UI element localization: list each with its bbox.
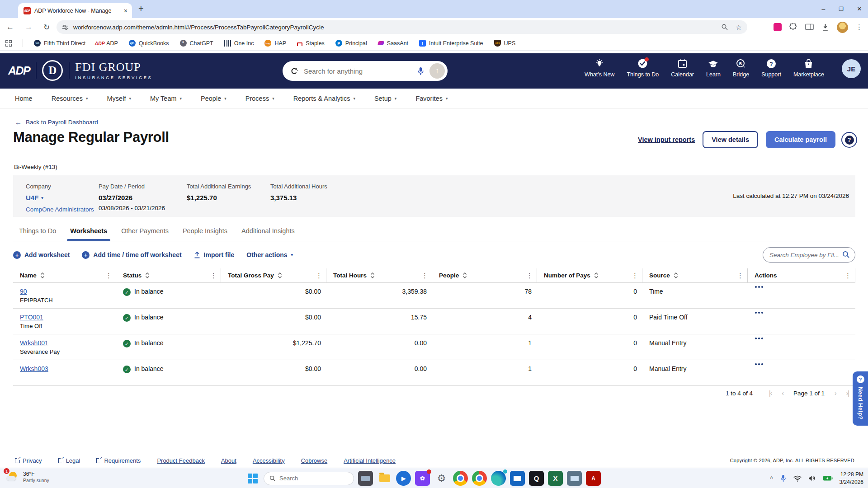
taskbar-clock[interactable]: 12:28 PM 3/24/2026 (840, 471, 863, 485)
window-maximize-icon[interactable]: ❐ (839, 6, 844, 12)
chrome-app-icon[interactable] (472, 471, 487, 486)
bookmark-ups[interactable]: UPSUPS (494, 40, 516, 47)
row-actions-menu[interactable] (748, 283, 855, 308)
sort-icon[interactable] (594, 272, 599, 279)
page-zoom-icon[interactable] (721, 23, 728, 31)
nav-favorites[interactable]: Favorites▾ (415, 95, 448, 102)
column-header-total-hours[interactable]: Total Hours⋮ (326, 268, 432, 282)
search-submit-icon[interactable]: ↑ (429, 63, 445, 79)
apps-grid-icon[interactable] (5, 40, 12, 47)
column-menu-icon[interactable]: ⋮ (844, 272, 851, 280)
nav-my-team[interactable]: My Team▾ (150, 95, 182, 102)
previous-page-icon[interactable]: ‹ (782, 389, 783, 397)
tab-other-payments[interactable]: Other Payments (121, 227, 169, 241)
need-help-tab[interactable]: ? Need Help? (853, 371, 868, 426)
view-input-reports-link[interactable]: View input reports (638, 136, 695, 143)
row-actions-menu[interactable] (748, 309, 855, 334)
footer-accessibility-link[interactable]: Accessibility (253, 457, 285, 464)
tray-expand-icon[interactable]: ^ (770, 475, 773, 482)
things-to-do-button[interactable]: Things to Do (627, 58, 659, 78)
mail-app-icon[interactable] (510, 471, 525, 486)
bookmark-staples[interactable]: Staples (297, 40, 325, 47)
import-file-button[interactable]: Import file (194, 251, 235, 258)
browser-profile-avatar[interactable] (837, 22, 848, 33)
excel-app-icon[interactable]: X (548, 471, 563, 486)
bookmark-principal[interactable]: PPrincipal (335, 40, 367, 47)
windows-start-button[interactable] (248, 474, 258, 483)
column-header-name[interactable]: Name⋮ (13, 268, 116, 282)
browser-tab[interactable]: ADP ADP Workforce Now - Manage × (18, 3, 132, 18)
support-button[interactable]: ? Support (761, 58, 781, 78)
site-settings-icon[interactable] (62, 24, 69, 31)
tab-things-to-do[interactable]: Things to Do (19, 227, 56, 241)
column-header-people[interactable]: People⋮ (432, 268, 537, 282)
column-menu-icon[interactable]: ⋮ (737, 272, 744, 280)
worksheet-name-link[interactable]: Wrksh001 (20, 339, 111, 347)
nav-process[interactable]: Process▾ (245, 95, 274, 102)
next-page-icon[interactable]: › (835, 389, 836, 397)
task-view-app-icon[interactable] (358, 471, 373, 486)
bookmark-adp[interactable]: ADPADP (96, 40, 118, 47)
window-minimize-icon[interactable]: – (822, 5, 826, 13)
browser-back-icon[interactable]: ← (6, 23, 14, 32)
column-header-number-of-pays[interactable]: Number of Pays⋮ (537, 268, 642, 282)
row-actions-menu[interactable] (748, 360, 855, 385)
worksheet-name-link[interactable]: Wrksh003 (20, 365, 111, 372)
employee-search-input[interactable] (763, 247, 855, 263)
new-tab-button[interactable]: + (138, 4, 144, 14)
remote-desktop-app-icon[interactable] (567, 471, 582, 486)
first-page-icon[interactable]: |‹ (769, 389, 772, 397)
browser-profile-app-icon[interactable] (453, 471, 468, 486)
footer-artificial-intelligence-link[interactable]: Artificial Intelligence (344, 457, 396, 464)
row-actions-menu[interactable] (748, 334, 855, 360)
extensions-puzzle-icon[interactable] (789, 23, 797, 31)
worksheet-name-link[interactable]: PTO001 (20, 314, 111, 321)
company-code-dropdown[interactable]: U4F▾ (26, 194, 94, 202)
footer-about-link[interactable]: About (221, 457, 236, 464)
column-menu-icon[interactable]: ⋮ (210, 272, 217, 280)
acrobat-app-icon[interactable]: A (586, 471, 601, 486)
column-header-source[interactable]: Source⋮ (642, 268, 748, 282)
voice-search-mic-icon[interactable] (417, 67, 425, 75)
tray-volume-icon[interactable] (808, 475, 816, 482)
search-icon[interactable] (842, 251, 850, 258)
sort-icon[interactable] (40, 272, 45, 279)
footer-cobrowse-link[interactable]: Cobrowse (301, 457, 328, 464)
column-header-status[interactable]: Status⋮ (116, 268, 221, 282)
footer-legal-link[interactable]: Legal (58, 457, 80, 464)
whats-new-button[interactable]: What's New (585, 58, 614, 78)
calendar-button[interactable]: Calendar (671, 58, 694, 78)
add-time-worksheet-button[interactable]: + Add time / time off worksheet (82, 251, 181, 259)
sort-icon[interactable] (674, 272, 678, 279)
browser-menu-icon[interactable]: ⋮ (856, 23, 863, 31)
sort-icon[interactable] (462, 272, 467, 279)
bookmark-fifth-third[interactable]: 5/3Fifth Third Direct (34, 40, 85, 47)
taskbar-search-box[interactable] (264, 472, 354, 485)
browser-forward-icon[interactable]: → (25, 23, 33, 32)
q-app-icon[interactable]: Q (529, 471, 544, 486)
nav-setup[interactable]: Setup▾ (374, 95, 396, 102)
add-worksheet-button[interactable]: + Add worksheet (13, 251, 70, 259)
nav-home[interactable]: Home (15, 95, 33, 102)
column-menu-icon[interactable]: ⋮ (316, 272, 322, 280)
footer-product-feedback-link[interactable]: Product Feedback (157, 457, 205, 464)
global-search-input[interactable] (304, 67, 412, 75)
bookmark-one-inc[interactable]: One Inc (224, 40, 254, 47)
taskbar-weather-widget[interactable]: 1 36°F Partly sunny (5, 470, 49, 483)
view-details-button[interactable]: View details (703, 131, 758, 148)
address-bar[interactable]: workforcenow.adp.com/theme/admin.html#/P… (57, 20, 747, 34)
photos-app-icon[interactable]: ✿ (415, 471, 430, 486)
pinned-extension-icon[interactable] (774, 23, 782, 31)
tray-battery-icon[interactable] (823, 475, 833, 481)
bookmark-hap[interactable]: hapHAP (264, 40, 286, 47)
page-help-button[interactable]: ? (841, 132, 857, 148)
sort-icon[interactable] (145, 272, 150, 279)
tab-worksheets[interactable]: Worksheets (70, 227, 107, 241)
marketplace-button[interactable]: Marketplace (793, 58, 824, 78)
tab-people-insights[interactable]: People Insights (183, 227, 227, 241)
downloads-icon[interactable] (821, 23, 829, 31)
nav-people[interactable]: People▾ (201, 95, 226, 102)
file-explorer-app-icon[interactable] (377, 471, 392, 486)
taskbar-search-input[interactable] (279, 475, 343, 482)
tray-wifi-icon[interactable] (793, 475, 802, 482)
